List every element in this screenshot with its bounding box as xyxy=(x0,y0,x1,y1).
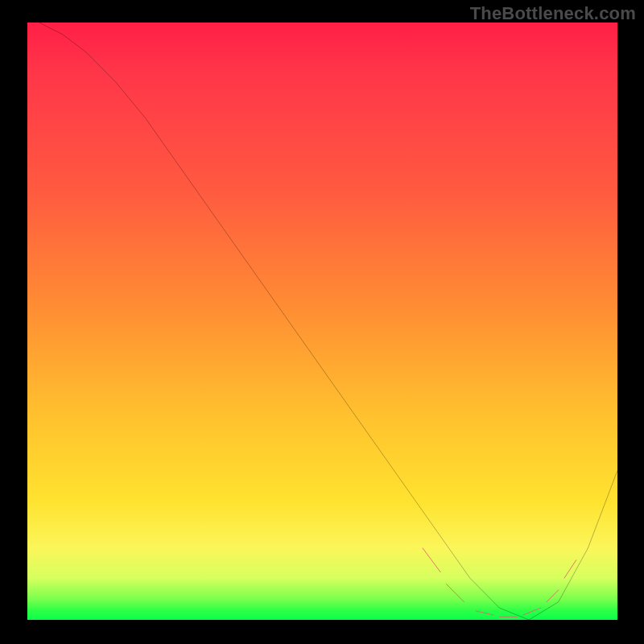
chart-frame: TheBottleneck.com xyxy=(0,0,644,644)
plot-area xyxy=(27,23,617,620)
watermark-text: TheBottleneck.com xyxy=(470,3,636,24)
gradient-background xyxy=(27,23,617,620)
